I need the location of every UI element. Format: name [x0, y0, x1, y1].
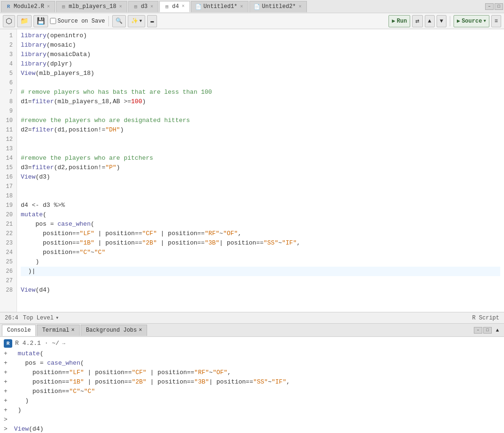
line-number-6: 6 [3, 78, 13, 88]
code-line-15: d3=filter(d2,position!="P") [21, 163, 500, 172]
run-button[interactable]: ▶ Run [388, 15, 410, 27]
tab-module2-close[interactable]: × [46, 4, 51, 10]
tab-terminal[interactable]: Terminal × [37, 325, 80, 336]
source-arrow-icon: ▶ [457, 17, 460, 25]
console-container: Console Terminal × Background Jobs × – □… [0, 323, 504, 433]
background-jobs-tab-label: Background Jobs [86, 327, 137, 334]
line-number-11: 11 [3, 125, 13, 135]
source-label: Source [462, 18, 482, 25]
prompt-5: + [4, 387, 10, 396]
line-numbers: 1234567891011121314151617181920212223242… [0, 29, 17, 312]
cursor-position: 26:4 [5, 315, 18, 321]
line-number-8: 8 [3, 97, 13, 106]
code-line-13 [21, 144, 500, 154]
tab-module2[interactable]: R Module2.R × [1, 1, 55, 12]
tab-console[interactable]: Console [2, 325, 36, 336]
tab-d3-close[interactable]: × [149, 4, 154, 10]
code-6: ) [10, 396, 29, 406]
tab-mlb-close[interactable]: × [118, 4, 123, 10]
source-on-save-container: Source on Save [50, 18, 105, 25]
down-arrow-icon: ▼ [440, 18, 443, 25]
tab-d4-close[interactable]: × [181, 3, 186, 9]
code-line-26: )| [21, 267, 500, 276]
code-line-9 [21, 106, 500, 116]
code-1: mutate( [10, 349, 43, 359]
tab-background-jobs[interactable]: Background Jobs × [81, 325, 147, 336]
source-on-save-checkbox[interactable] [50, 18, 56, 24]
line-number-14: 14 [3, 154, 13, 163]
toolbar-sep2 [450, 16, 450, 26]
tab-untitled2[interactable]: 📄 Untitled2* × [249, 1, 307, 12]
next-button[interactable]: ▼ [437, 15, 446, 27]
line-number-4: 4 [3, 59, 13, 69]
line-number-3: 3 [3, 50, 13, 59]
terminal-tab-label: Terminal [42, 327, 69, 334]
line-number-19: 19 [3, 201, 13, 210]
save-button[interactable]: 💾 [33, 15, 48, 27]
background-jobs-close[interactable]: × [139, 327, 142, 334]
prompt-2: + [4, 359, 10, 368]
tab-untitled2-close[interactable]: × [298, 4, 303, 10]
tab-d4-label: d4 [172, 3, 179, 10]
maximize-button[interactable]: □ [495, 3, 503, 10]
code-line-2: library(mosaic) [21, 41, 500, 50]
window-controls: – □ [485, 3, 503, 10]
console-line-5: + position=="C"~"C" [4, 387, 500, 396]
new-file-button[interactable]: ⬡ [3, 15, 15, 27]
editor-content: 1234567891011121314151617181920212223242… [0, 29, 504, 312]
tab-mlb-label: mlb_players_18 [69, 3, 116, 10]
rerun-button[interactable]: ⇄ [412, 15, 422, 27]
console-scroll-up-icon[interactable]: ▲ [493, 327, 502, 334]
console-win-btns: – □ ▲ [474, 327, 502, 334]
menu-button[interactable]: ≡ [491, 15, 501, 27]
code-line-21: pos = case_when( [21, 220, 500, 229]
tab-untitled1-label: Untitled1* [204, 3, 238, 10]
code-line-19: d4 <- d3 %>% [21, 201, 500, 210]
code-line-28: View(d4) [21, 286, 500, 295]
code-7: ) [10, 406, 21, 415]
tab-mlb[interactable]: ▤ mlb_players_18 × [56, 1, 127, 12]
line-number-1: 1 [3, 31, 13, 41]
line-number-15: 15 [3, 163, 13, 172]
wand-button[interactable]: ✨ ▼ [128, 15, 145, 27]
tab-d3[interactable]: ▤ d3 × [128, 1, 158, 12]
source-dropdown-icon: ▼ [483, 19, 486, 24]
console-scroll[interactable]: R R 4.2.1 · ~/ → + mutate( + pos = case_… [0, 337, 504, 433]
minimize-button[interactable]: – [485, 3, 494, 10]
line-number-10: 10 [3, 116, 13, 125]
console-line-7: + ) [4, 406, 500, 415]
line-number-16: 16 [3, 172, 13, 182]
source-button[interactable]: ▶ Source ▼ [454, 15, 489, 27]
code-line-1: library(openintro) [21, 31, 500, 41]
editor-scroll[interactable]: 1234567891011121314151617181920212223242… [0, 29, 504, 312]
tab-d4[interactable]: ▤ d4 × [159, 1, 190, 12]
tab-untitled1-close[interactable]: × [240, 4, 244, 10]
search-button[interactable]: 🔍 [112, 15, 126, 27]
line-number-12: 12 [3, 135, 13, 144]
prev-button[interactable]: ▲ [425, 15, 435, 27]
code-area[interactable]: library(openintro)library(mosaic)library… [17, 29, 504, 312]
line-number-9: 9 [3, 106, 13, 116]
console-minimize-button[interactable]: – [474, 327, 482, 334]
console-line-3: + position=="LF" | position=="CF" | posi… [4, 368, 500, 377]
open-file-button[interactable]: 📁 [17, 15, 32, 27]
r-logo: R [4, 339, 12, 348]
console-line-8: > [4, 415, 500, 425]
line-number-27: 27 [3, 276, 13, 286]
console-line-1: + mutate( [4, 349, 500, 359]
level-dropdown-icon[interactable]: ▾ [56, 314, 59, 321]
prompt-1: + [4, 349, 10, 359]
line-number-18: 18 [3, 191, 13, 201]
more-button[interactable]: ▬ [147, 15, 157, 27]
console-maximize-button[interactable]: □ [483, 327, 492, 334]
terminal-close[interactable]: × [71, 327, 74, 334]
console-nav-icon[interactable]: → [62, 340, 66, 348]
code-line-4: library(dplyr) [21, 59, 500, 69]
line-number-23: 23 [3, 238, 13, 248]
tab-untitled1[interactable]: 📄 Untitled1* × [191, 1, 248, 12]
code-3: position=="LF" | position=="CF" | positi… [10, 368, 231, 377]
code-line-24: position=="C"~"C" [21, 248, 500, 257]
prompt-3: + [4, 368, 10, 377]
r-file-icon: R [5, 3, 12, 10]
wand-icon: ✨ [131, 17, 138, 25]
